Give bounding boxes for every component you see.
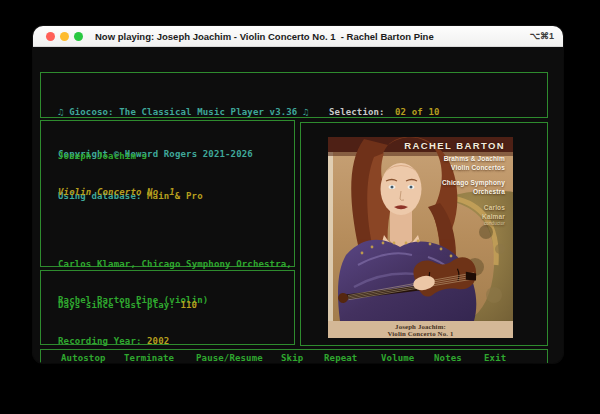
command-menu-box: Autostop Terminate Pause/Resume Skip Rep… bbox=[40, 349, 548, 363]
window-title: Now playing: Joseph Joachim - Violin Con… bbox=[95, 26, 434, 47]
detail-label: Recording Year: bbox=[58, 336, 142, 346]
album-orchestra-line-2: Orchestra bbox=[442, 188, 505, 197]
album-cover: RACHEL BARTON Brahms & Joachim Violin Co… bbox=[328, 137, 513, 338]
spacer bbox=[58, 222, 292, 234]
album-caption-line-1: Joseph Joachim: bbox=[328, 323, 513, 331]
menu-item-repeat[interactable]: Repeat bbox=[324, 350, 357, 363]
window-shortcut-badge: ⌥⌘1 bbox=[530, 26, 554, 47]
album-caption-line-2: Violin Concerto No. 1 bbox=[328, 330, 513, 338]
album-conductor-role: conductor bbox=[442, 221, 505, 227]
spacer bbox=[442, 196, 505, 204]
menu-item-skip[interactable]: Skip bbox=[281, 350, 303, 363]
detail-row: Days since last play:110 bbox=[58, 299, 219, 311]
traffic-lights bbox=[46, 26, 83, 47]
album-conductor-first-name: Carlos bbox=[442, 204, 505, 213]
work-title: Violin Concerto No. 1 bbox=[58, 186, 292, 198]
header-box: ♫ Giocoso: The Classical Music Player v3… bbox=[40, 72, 548, 118]
selection-label: Selection: bbox=[329, 105, 395, 119]
performers-line-1: Carlos Klamar, Chicago Symphony Orchestr… bbox=[58, 258, 292, 270]
menu-item-pause-resume[interactable]: Pause/Resume bbox=[196, 350, 263, 363]
close-window-button[interactable] bbox=[46, 32, 55, 41]
giocoso-window: Now playing: Joseph Joachim - Violin Con… bbox=[33, 26, 563, 363]
status-row: Selection:02 of 10 bbox=[329, 105, 506, 119]
detail-value: 2002 bbox=[142, 336, 170, 346]
album-conductor-last-name: Kalmar bbox=[442, 213, 505, 222]
menu-item-terminate[interactable]: Terminate bbox=[124, 350, 174, 363]
detail-row: Recording Year:2002 bbox=[58, 335, 219, 347]
album-works-line-1: Brahms & Joachim bbox=[442, 155, 505, 164]
menu-item-autostop[interactable]: Autostop bbox=[61, 350, 106, 363]
album-artist-name: RACHEL BARTON bbox=[404, 140, 505, 151]
album-orchestra-line-1: Chicago Symphony bbox=[442, 179, 505, 188]
window-titlebar[interactable]: Now playing: Joseph Joachim - Violin Con… bbox=[33, 26, 563, 47]
zoom-window-button[interactable] bbox=[74, 32, 83, 41]
desktop-background: Now playing: Joseph Joachim - Violin Con… bbox=[0, 0, 600, 414]
terminal-area: ♫ Giocoso: The Classical Music Player v3… bbox=[33, 47, 563, 363]
album-art-box: RACHEL BARTON Brahms & Joachim Violin Co… bbox=[300, 122, 548, 346]
app-title: ♫ Giocoso: The Classical Music Player v3… bbox=[58, 105, 309, 119]
album-works-line-2: Violin Concertos bbox=[442, 164, 505, 173]
composer-line: Joseph Joachim's bbox=[58, 150, 292, 162]
detail-value: 110 bbox=[175, 300, 197, 310]
minimize-window-button[interactable] bbox=[60, 32, 69, 41]
now-playing-box: Joseph Joachim's Violin Concerto No. 1 C… bbox=[40, 120, 295, 267]
track-details-box: Days since last play:110 Recording Year:… bbox=[40, 270, 295, 345]
menu-item-exit[interactable]: Exit bbox=[484, 350, 506, 363]
album-caption: Joseph Joachim: Violin Concerto No. 1 bbox=[328, 321, 513, 338]
detail-label: Days since last play: bbox=[58, 300, 175, 310]
menu-item-volume[interactable]: Volume bbox=[381, 350, 414, 363]
selection-value: 02 of 10 bbox=[395, 107, 440, 117]
album-credits: Brahms & Joachim Violin Concertos Chicag… bbox=[442, 155, 505, 227]
menu-item-notes[interactable]: Notes bbox=[434, 350, 462, 363]
spacer bbox=[442, 172, 505, 179]
